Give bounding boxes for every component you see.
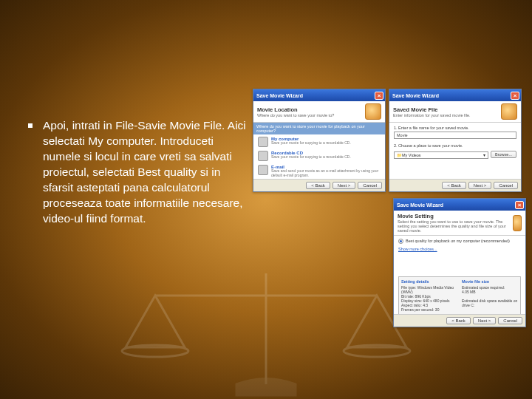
cd-icon — [258, 151, 268, 161]
wizard-heading: Movie Setting — [398, 213, 513, 219]
wizard-subheading: Enter information for your saved movie f… — [393, 113, 471, 117]
cancel-button[interactable]: Cancel — [358, 182, 382, 189]
film-reel-icon — [501, 103, 517, 120]
email-icon — [258, 165, 268, 175]
option-my-computer[interactable]: My computerSave your movie for copying t… — [258, 137, 381, 147]
wizard-heading: Saved Movie File — [393, 106, 471, 113]
detail-line: Estimated disk space available on drive … — [462, 299, 518, 307]
bullet-icon — [28, 123, 33, 128]
window-title: Save Movie Wizard — [392, 93, 439, 98]
titlebar: Save Movie Wizard × — [253, 89, 385, 101]
back-button[interactable]: < Back — [306, 182, 330, 189]
close-icon[interactable]: × — [375, 92, 383, 100]
option-recordable-cd[interactable]: Recordable CDSave your movie for copying… — [258, 151, 381, 161]
wizard-header: Movie Location Where do you want to save… — [253, 101, 385, 123]
window-title: Save Movie Wizard — [397, 202, 443, 208]
wizard-footer: < Back Next > Cancel — [389, 179, 521, 191]
svg-point-3 — [344, 345, 410, 357]
close-icon[interactable]: × — [511, 92, 519, 100]
filename-label: 1. Enter a file name for your saved movi… — [394, 126, 516, 130]
wizard-saved-movie-file: Save Movie Wizard × Saved Movie File Ent… — [389, 89, 522, 192]
close-icon[interactable]: × — [515, 201, 524, 209]
wizard-header: Movie Setting Select the setting you wan… — [394, 211, 525, 236]
file-size-heading: Movie file size — [462, 279, 518, 284]
window-title: Save Movie Wizard — [256, 93, 303, 98]
quality-option[interactable]: Best quality for playback on my computer… — [398, 239, 521, 244]
radio-on-icon — [398, 239, 403, 244]
titlebar: Save Movie Wizard × — [394, 199, 525, 211]
location-label: 2. Choose a place to save your movie. — [394, 143, 516, 148]
next-button[interactable]: Next > — [332, 182, 356, 189]
svg-point-2 — [122, 345, 188, 357]
cancel-button[interactable]: Cancel — [498, 317, 522, 324]
slide-text: Apoi, intrati in File-Savie Movie File. … — [43, 119, 246, 225]
wizard-subheading: Select the setting you want to use to sa… — [398, 219, 513, 233]
detail-line: Frames per second: 30 — [401, 307, 457, 312]
section-band: Where do you want to store your movie fo… — [253, 123, 385, 134]
location-dropdown[interactable]: 📁 My Videos ▾ — [394, 151, 488, 159]
wizard-footer: < Back Next > Cancel — [394, 314, 525, 327]
option-email[interactable]: E-mailSave and send your movie as an e-m… — [258, 165, 381, 177]
next-button[interactable]: Next > — [473, 317, 497, 324]
wizard-subheading: Where do you want to save your movie to? — [257, 113, 334, 117]
back-button[interactable]: < Back — [446, 317, 471, 324]
wizard-heading: Movie Location — [257, 106, 334, 113]
setting-details-heading: Setting details — [401, 279, 457, 284]
wizard-header: Saved Movie File Enter information for y… — [389, 101, 521, 123]
detail-line: File type: Windows Media Video (WMV) — [401, 285, 457, 294]
film-reel-icon — [513, 215, 522, 231]
titlebar: Save Movie Wizard × — [389, 89, 521, 101]
browse-button[interactable]: Browse... — [491, 151, 516, 158]
filename-input[interactable]: Movie — [394, 132, 516, 139]
slide-text-block: Apoi, intrati in File-Savie Movie File. … — [43, 118, 250, 226]
wizard-footer: < Back Next > Cancel — [253, 179, 385, 191]
back-button[interactable]: < Back — [442, 182, 466, 189]
wizard-movie-setting: Save Movie Wizard × Movie Setting Select… — [393, 198, 526, 327]
film-reel-icon — [365, 103, 381, 120]
next-button[interactable]: Next > — [468, 182, 492, 189]
wizard-movie-location: Save Movie Wizard × Movie Location Where… — [253, 89, 386, 192]
cancel-button[interactable]: Cancel — [494, 182, 518, 189]
show-more-link[interactable]: Show more choices... — [398, 247, 437, 251]
setting-details-box: Setting details File type: Windows Media… — [398, 276, 521, 314]
computer-icon — [258, 137, 268, 147]
screenshot-cluster: Save Movie Wizard × Movie Location Where… — [253, 89, 526, 192]
